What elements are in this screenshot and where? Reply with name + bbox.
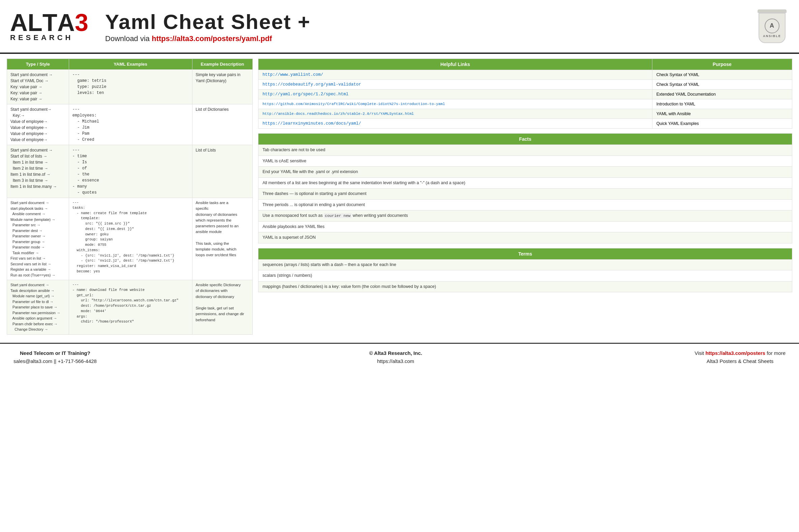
helpful-links-table: Helpful Links Purpose http://www.yamllin…: [258, 59, 792, 129]
fact-7: Use a monospaced font such as courier ne…: [258, 210, 792, 222]
footer-right-pre: Visit: [694, 350, 705, 356]
page-title: Yaml Cheat Sheet +: [105, 10, 748, 34]
row1-yaml: --- game: tetris type: puzzle levels: te…: [69, 70, 192, 104]
header-title-area: Yaml Cheat Sheet + Download via https://…: [98, 10, 748, 43]
fact-9: YAML is a superset of JSON: [258, 232, 792, 244]
row2-desc: List of Dictionaries: [192, 104, 252, 145]
link-url-1[interactable]: http://www.yamllint.com/: [258, 70, 652, 80]
term-row: mappings (hashes / dictionaries) is a ke…: [258, 281, 792, 292]
logo-letter-t: T: [42, 11, 57, 35]
table-row: Start yaml document →start playbook task…: [7, 198, 253, 280]
link-purpose-4: Introduction to YAML: [652, 99, 792, 109]
row5-desc: Ansible specific Dictionaryof dictionari…: [192, 280, 252, 335]
fact-row: Use a monospaced font such as courier ne…: [258, 210, 792, 222]
term-1: sequences (arrays / lists) starts with a…: [258, 259, 792, 270]
table-row: Start yaml document →Start of list of li…: [7, 145, 253, 198]
table-row: Start yaml document→ Key:→Value of emplo…: [7, 104, 253, 145]
logo-alta: A L T A 3: [10, 11, 88, 35]
col-example-desc: Example Description: [192, 59, 252, 70]
logo-letter-a2: A: [57, 11, 75, 35]
col-yaml-examples: YAML Examples: [69, 59, 192, 70]
main-content: Type / Style YAML Examples Example Descr…: [0, 54, 799, 339]
fact-row: Ansible playbooks are YAML files: [258, 221, 792, 232]
link-url-4[interactable]: https://github.com/Animosity/CraftIRC/wi…: [258, 99, 652, 109]
footer-right-link[interactable]: https://alta3.com/posters: [705, 350, 765, 356]
cup-shape: A ANSIBLE: [759, 13, 785, 43]
helpful-link-row: http://yaml.org/spec/1.2/spec.html Exten…: [258, 90, 792, 99]
fact-row: End your YAML file with the .yaml or .ym…: [258, 167, 792, 178]
row4-style: Start yaml document →start playbook task…: [7, 198, 69, 280]
term-row: scalars (strings / numbers): [258, 270, 792, 282]
footer-center-line1: © Alta3 Research, Inc.: [369, 350, 422, 356]
table-row: Start yaml document →Task description an…: [7, 280, 253, 335]
link-purpose-6: Quick YAML Examples: [652, 119, 792, 129]
footer-right: Visit https://alta3.com/posters for more…: [694, 349, 785, 365]
cup-label: ANSIBLE: [763, 34, 781, 38]
footer-center: © Alta3 Research, Inc. https://alta3.com: [369, 349, 422, 365]
fact-8: Ansible playbooks are YAML files: [258, 221, 792, 232]
download-text: Download via: [105, 34, 152, 43]
fact-row: Tab characters are not to be used: [258, 145, 792, 156]
row3-yaml: --- - time - Is - of - the - essence - m…: [69, 145, 192, 198]
helpful-links-header: Helpful Links: [258, 59, 652, 70]
cup-circle: A: [765, 19, 779, 33]
fact-1: Tab characters are not to be used: [258, 145, 792, 156]
cup-rim: [758, 10, 786, 13]
right-panel: Helpful Links Purpose http://www.yamllin…: [258, 59, 792, 335]
row4-yaml: --- tasks: - name: create file from temp…: [69, 198, 192, 280]
row1-desc: Simple key value pairs inYaml (Dictionar…: [192, 70, 252, 104]
link-url-2[interactable]: https://codebeautify.org/yaml-validator: [258, 80, 652, 90]
row3-style: Start yaml document →Start of list of li…: [7, 145, 69, 198]
logo-area: A L T A 3 RESEARCH: [10, 11, 88, 42]
fact-6: Three periods ... is optional in ending …: [258, 200, 792, 210]
fact-5: Three dashes --- is optional in starting…: [258, 189, 792, 200]
terms-header: Terms: [258, 248, 792, 259]
link-url-3[interactable]: http://yaml.org/spec/1.2/spec.html: [258, 90, 652, 99]
cheat-table-wrap: Type / Style YAML Examples Example Descr…: [7, 59, 253, 335]
logo-letter-l: L: [28, 11, 42, 35]
footer-left-line2: sales@alta3.com || +1-717-566-4428: [14, 358, 97, 364]
footer-right-post: for more: [765, 350, 785, 356]
link-url-5[interactable]: http://ansible-docs.readthedocs.io/zh/st…: [258, 109, 652, 119]
footer-center-line2: https://alta3.com: [377, 358, 414, 364]
download-link[interactable]: https://alta3.com/posters/yaml.pdf: [152, 34, 272, 43]
link-purpose-5: YAML with Ansible: [652, 109, 792, 119]
row5-yaml: --- - name: download file from website g…: [69, 280, 192, 335]
link-purpose-2: Check Syntax of YAML: [652, 80, 792, 90]
row2-style: Start yaml document→ Key:→Value of emplo…: [7, 104, 69, 145]
term-row: sequences (arrays / lists) starts with a…: [258, 259, 792, 270]
fact-3: End your YAML file with the .yaml or .ym…: [258, 167, 792, 178]
helpful-link-row: https://learnxinyminutes.com/docs/yaml/ …: [258, 119, 792, 129]
fact-row: Three dashes --- is optional in starting…: [258, 189, 792, 200]
row4-desc: Ansible tasks are aspecificdictionary of…: [192, 198, 252, 280]
terms-table: Terms sequences (arrays / lists) starts …: [258, 248, 792, 292]
helpful-link-row: https://codebeautify.org/yaml-validator …: [258, 80, 792, 90]
row2-yaml: --- employees: - Michael - Jim - Pam - C…: [69, 104, 192, 145]
facts-table: Facts Tab characters are not to be used …: [258, 133, 792, 244]
row3-desc: List of Lists: [192, 145, 252, 198]
footer-left: Need Telecom or IT Training? sales@alta3…: [14, 349, 97, 365]
ansible-cup: A ANSIBLE: [755, 6, 789, 46]
helpful-links-purpose-header: Purpose: [652, 59, 792, 70]
logo-number-3: 3: [75, 11, 88, 35]
fact-row: All members of a list are lines beginnin…: [258, 177, 792, 189]
logo-letter-a: A: [10, 11, 28, 35]
fact-row: Three periods ... is optional in ending …: [258, 200, 792, 210]
col-type-style: Type / Style: [7, 59, 69, 70]
link-purpose-1: Check Syntax of YAML: [652, 70, 792, 80]
link-purpose-3: Extended YAML Documentation: [652, 90, 792, 99]
link-url-6[interactable]: https://learnxinyminutes.com/docs/yaml/: [258, 119, 652, 129]
table-row: Start yaml document →Start of YAML Doc →…: [7, 70, 253, 104]
courier-inline: courier new: [324, 213, 351, 218]
fact-row: YAML is cAsE sensitive: [258, 155, 792, 167]
fact-2: YAML is cAsE sensitive: [258, 155, 792, 167]
page-footer: Need Telecom or IT Training? sales@alta3…: [0, 343, 799, 371]
facts-header: Facts: [258, 134, 792, 145]
row5-style: Start yaml document →Task description an…: [7, 280, 69, 335]
helpful-link-row: http://www.yamllint.com/ Check Syntax of…: [258, 70, 792, 80]
footer-right-line2: Alta3 Posters & Cheat Sheets: [707, 358, 774, 364]
helpful-link-row: http://ansible-docs.readthedocs.io/zh/st…: [258, 109, 792, 119]
page-header: A L T A 3 RESEARCH Yaml Cheat Sheet + Do…: [0, 0, 799, 54]
term-2: scalars (strings / numbers): [258, 270, 792, 282]
term-3: mappings (hashes / dictionaries) is a ke…: [258, 281, 792, 292]
